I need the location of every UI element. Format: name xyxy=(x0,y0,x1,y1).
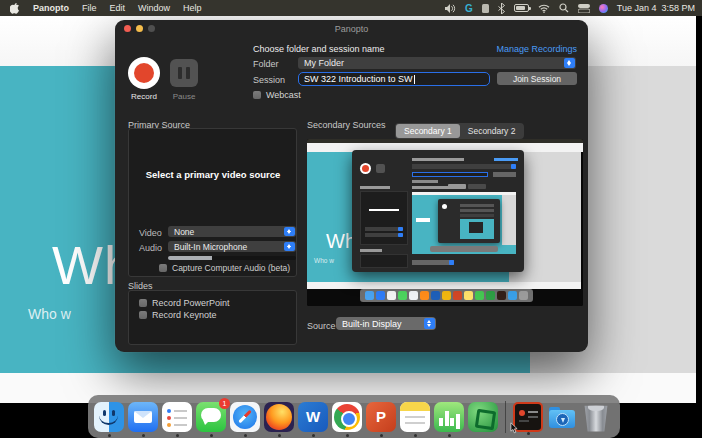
join-session-button[interactable]: Join Session xyxy=(497,72,577,85)
record-keynote-checkbox[interactable] xyxy=(139,311,147,319)
document-icon[interactable] xyxy=(482,2,489,14)
mini-panopto-window xyxy=(352,150,524,272)
menu-item-help[interactable]: Help xyxy=(183,3,202,13)
pause-button[interactable] xyxy=(170,59,198,87)
panopto-window: Panopto Record Pause Choose folder and s… xyxy=(115,20,588,352)
window-titlebar[interactable]: Panopto xyxy=(115,20,588,37)
dropdown-stepper-icon xyxy=(284,227,295,236)
tab-secondary-1[interactable]: Secondary 1 xyxy=(396,124,460,138)
mini-source-dropdown xyxy=(412,260,454,265)
dock-icon-panopto-recorder[interactable] xyxy=(513,402,543,432)
mini-slide-subheading: Who w xyxy=(314,257,334,264)
mini-heading-bar xyxy=(412,158,464,161)
desktop: Panopto File Edit Window Help G xyxy=(0,0,702,438)
secondary-tabs: Secondary 1 Secondary 2 xyxy=(395,123,524,139)
audio-level-meter xyxy=(168,256,296,260)
mini-inner-window xyxy=(438,199,500,243)
dock-icon-mail[interactable] xyxy=(128,402,158,432)
mini-inner-toolbar xyxy=(412,192,516,195)
mini-dock xyxy=(360,289,533,302)
dock-icon-finder[interactable] xyxy=(94,402,124,432)
record-powerpoint-row: Record PowerPoint xyxy=(139,298,230,308)
session-name-input[interactable]: SW 322 Introduction to SW xyxy=(298,72,490,86)
dock-icon-downloads-folder[interactable] xyxy=(547,402,577,432)
mini-manage-link-bar xyxy=(494,158,518,161)
secondary-sources-title: Secondary Sources xyxy=(307,120,386,130)
apple-icon[interactable] xyxy=(10,2,20,14)
dock-icon-firefox[interactable] xyxy=(264,402,294,432)
search-icon[interactable] xyxy=(559,2,569,14)
source-label: Source xyxy=(307,321,336,331)
dock-icon-notes[interactable] xyxy=(400,402,430,432)
capture-audio-checkbox[interactable] xyxy=(159,264,167,272)
video-label: Video xyxy=(139,228,162,238)
dropdown-stepper-icon xyxy=(284,242,295,251)
display-icon[interactable] xyxy=(578,2,590,14)
menu-bar-status: G Tue Jan 4 3:58 PM xyxy=(445,2,702,14)
capture-audio-row: Capture Computer Audio (beta) xyxy=(159,263,290,273)
webcast-checkbox[interactable] xyxy=(253,91,261,99)
menu-bar-left: Panopto File Edit Window Help xyxy=(0,2,202,14)
dock-icon-messages[interactable]: 1 xyxy=(196,402,226,432)
running-indicator xyxy=(448,434,451,437)
mini-slides-title-bar xyxy=(360,249,382,252)
dock-icon-word[interactable]: W xyxy=(298,402,328,432)
mini-secondary-title-bar xyxy=(412,186,452,189)
primary-source-placeholder: Select a primary video source xyxy=(143,169,283,180)
manage-recordings-link[interactable]: Manage Recordings xyxy=(496,44,577,54)
session-label: Session xyxy=(253,75,285,85)
dock-icon-trash[interactable] xyxy=(581,402,611,432)
menu-bar-clock[interactable]: Tue Jan 4 3:58 PM xyxy=(617,3,695,13)
record-powerpoint-checkbox[interactable] xyxy=(139,299,147,307)
slides-panel: Record PowerPoint Record Keynote xyxy=(128,290,297,345)
menu-item-file[interactable]: File xyxy=(82,3,97,13)
mini-folder-dropdown xyxy=(412,164,516,169)
mini-join-button xyxy=(493,172,516,177)
mini-tab-2 xyxy=(468,184,486,189)
record-keynote-label: Record Keynote xyxy=(152,310,217,320)
mini-inner-heading-bar xyxy=(416,218,430,222)
dock-icon-reminders[interactable] xyxy=(162,402,192,432)
mini-webcast-row xyxy=(412,180,438,183)
dock: 1 W P xyxy=(88,395,620,438)
folder-dropdown[interactable]: My Folder xyxy=(298,57,576,69)
grammarly-icon[interactable]: G xyxy=(465,2,473,14)
record-powerpoint-label: Record PowerPoint xyxy=(152,298,230,308)
audio-label: Audio xyxy=(139,243,162,253)
mini-tab-1 xyxy=(448,184,466,189)
running-indicator xyxy=(176,434,179,437)
mini-innermost-preview xyxy=(460,219,494,239)
tab-secondary-2[interactable]: Secondary 2 xyxy=(460,124,524,138)
menu-item-panopto[interactable]: Panopto xyxy=(33,3,69,13)
mini-audio-dropdown xyxy=(365,233,403,237)
mini-record-button xyxy=(360,163,371,174)
messages-badge: 1 xyxy=(219,398,230,409)
dock-icon-safari[interactable] xyxy=(230,402,260,432)
dock-icon-powerpoint[interactable]: P xyxy=(366,402,396,432)
dropdown-stepper-icon xyxy=(564,58,575,68)
video-dropdown[interactable]: None xyxy=(168,226,296,237)
audio-dropdown[interactable]: Built-In Microphone xyxy=(168,241,296,252)
mini-video-dropdown xyxy=(365,227,403,231)
video-value: None xyxy=(174,227,194,237)
wifi-icon[interactable] xyxy=(538,2,550,14)
volume-icon[interactable] xyxy=(445,2,456,14)
dock-icon-numbers[interactable] xyxy=(434,402,464,432)
mini-pause-button xyxy=(376,164,385,173)
webcast-row: Webcast xyxy=(253,90,301,100)
mini-inner-preview xyxy=(412,192,516,254)
siri-icon[interactable] xyxy=(599,2,608,14)
battery-icon[interactable] xyxy=(514,2,529,14)
source-dropdown[interactable]: Built-in Display xyxy=(336,317,436,330)
menu-item-window[interactable]: Window xyxy=(138,3,170,13)
bluetooth-icon[interactable] xyxy=(498,2,505,14)
source-value: Built-in Display xyxy=(342,319,402,329)
mini-slides-panel xyxy=(360,254,408,268)
mini-inner-dock xyxy=(430,246,498,252)
menu-item-edit[interactable]: Edit xyxy=(110,3,126,13)
dock-icon-chrome[interactable] xyxy=(332,402,362,432)
mini-dock-icons xyxy=(365,291,374,300)
running-indicator xyxy=(108,434,111,437)
record-button[interactable] xyxy=(128,57,160,89)
dock-icon-green-app[interactable] xyxy=(468,402,498,432)
